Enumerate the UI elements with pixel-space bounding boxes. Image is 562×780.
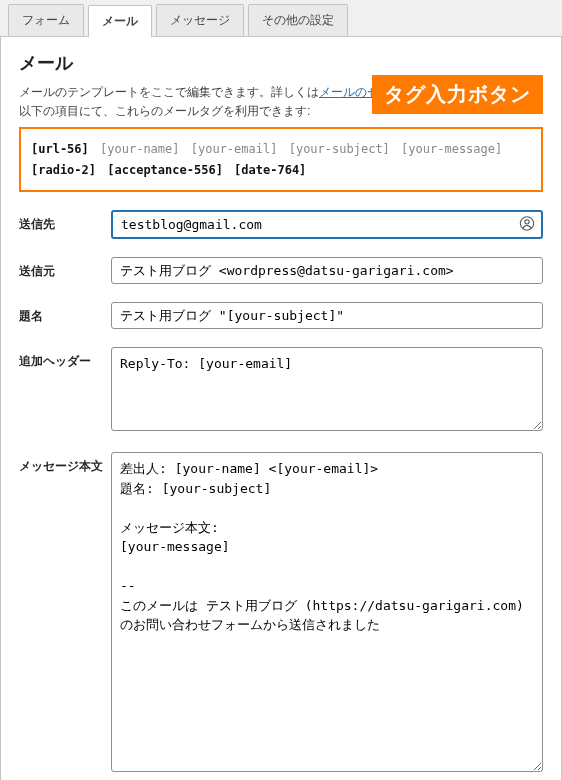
mail-tag[interactable]: [date-764] bbox=[234, 163, 306, 177]
body-textarea[interactable] bbox=[111, 452, 543, 772]
mail-tag[interactable]: [your-name] bbox=[100, 142, 179, 156]
person-circle-icon[interactable] bbox=[519, 215, 535, 234]
headers-label: 追加ヘッダー bbox=[19, 347, 111, 370]
to-input[interactable] bbox=[111, 210, 543, 239]
mail-tags-box: [url-56] [your-name] [your-email] [your-… bbox=[19, 127, 543, 192]
mail-panel: タグ入力ボタン メール メールのテンプレートをここで編集できます。詳しくはメール… bbox=[0, 37, 562, 780]
from-input[interactable] bbox=[111, 257, 543, 284]
subject-input[interactable] bbox=[111, 302, 543, 329]
callout-badge: タグ入力ボタン bbox=[372, 75, 543, 114]
body-label: メッセージ本文 bbox=[19, 452, 111, 475]
from-label: 送信元 bbox=[19, 257, 111, 280]
mail-tag[interactable]: [your-message] bbox=[401, 142, 502, 156]
tab-other[interactable]: その他の設定 bbox=[248, 4, 348, 36]
intro-line1-pre: メールのテンプレートをここで編集できます。詳しくは bbox=[19, 85, 319, 99]
tab-form[interactable]: フォーム bbox=[8, 4, 84, 36]
tab-messages[interactable]: メッセージ bbox=[156, 4, 244, 36]
to-label: 送信先 bbox=[19, 210, 111, 233]
mail-tag[interactable]: [radio-2] bbox=[31, 163, 96, 177]
intro-line2: 以下の項目にて、これらのメールタグを利用できます: bbox=[19, 104, 310, 118]
mail-tag[interactable]: [acceptance-556] bbox=[107, 163, 223, 177]
tab-bar: フォーム メール メッセージ その他の設定 bbox=[0, 0, 562, 37]
svg-point-1 bbox=[525, 219, 529, 223]
mail-tag[interactable]: [url-56] bbox=[31, 142, 89, 156]
tab-mail[interactable]: メール bbox=[88, 5, 152, 37]
panel-heading: メール bbox=[19, 51, 543, 75]
mail-tag[interactable]: [your-subject] bbox=[289, 142, 390, 156]
subject-label: 題名 bbox=[19, 302, 111, 325]
headers-textarea[interactable] bbox=[111, 347, 543, 431]
mail-tag[interactable]: [your-email] bbox=[191, 142, 278, 156]
